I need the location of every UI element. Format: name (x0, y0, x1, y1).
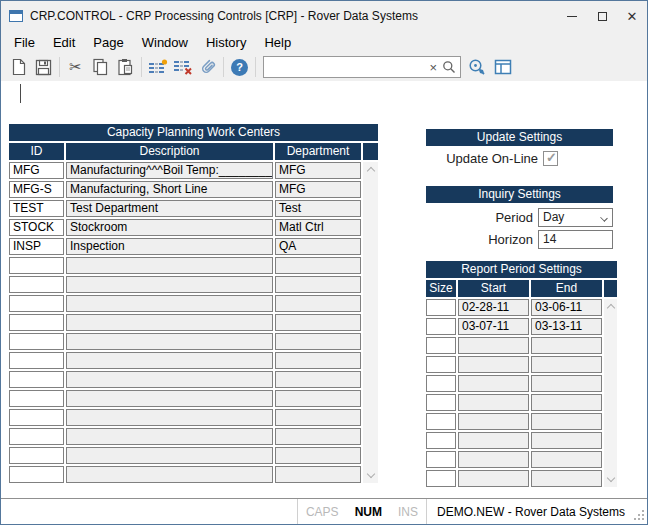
period-size-cell[interactable] (426, 451, 456, 468)
column-header-size[interactable]: Size (426, 280, 456, 297)
copy-button[interactable] (88, 55, 113, 79)
new-document-button[interactable] (6, 55, 31, 79)
work-center-id-cell[interactable] (9, 276, 64, 293)
work-center-description-cell[interactable] (66, 276, 273, 293)
period-start-cell[interactable] (458, 337, 529, 354)
work-center-id-cell[interactable] (9, 333, 64, 350)
work-center-department-cell[interactable]: Test (275, 200, 361, 217)
work-center-department-cell[interactable]: MFG (275, 162, 361, 179)
work-center-id-cell[interactable] (9, 295, 64, 312)
work-center-id-cell[interactable]: INSP (9, 238, 64, 255)
work-center-description-cell[interactable] (66, 371, 273, 388)
column-header-department[interactable]: Department (275, 143, 361, 160)
work-center-description-cell[interactable] (66, 314, 273, 331)
work-center-description-cell[interactable]: Manufacturing, Short Line (66, 181, 273, 198)
menu-file[interactable]: File (5, 31, 44, 53)
work-center-department-cell[interactable] (275, 295, 361, 312)
work-center-department-cell[interactable]: QA (275, 238, 361, 255)
search-icon[interactable] (442, 60, 456, 74)
work-center-department-cell[interactable] (275, 352, 361, 369)
save-button[interactable] (31, 55, 56, 79)
scroll-up-icon[interactable] (366, 167, 374, 175)
work-center-id-cell[interactable] (9, 352, 64, 369)
period-start-cell[interactable]: 03-07-11 (458, 318, 529, 335)
maximize-button[interactable] (587, 1, 617, 31)
work-center-description-cell[interactable] (66, 352, 273, 369)
scroll-up-icon[interactable] (606, 304, 614, 312)
column-header-id[interactable]: ID (9, 143, 64, 160)
period-size-cell[interactable] (426, 318, 456, 335)
period-start-cell[interactable] (458, 413, 529, 430)
work-center-description-cell[interactable] (66, 409, 273, 426)
period-start-cell[interactable] (458, 394, 529, 411)
period-start-cell[interactable] (458, 470, 529, 487)
period-end-cell[interactable] (531, 470, 602, 487)
clear-search-icon[interactable]: × (424, 60, 442, 75)
period-end-cell[interactable] (531, 356, 602, 373)
work-center-id-cell[interactable] (9, 428, 64, 445)
period-size-cell[interactable] (426, 470, 456, 487)
work-center-description-cell[interactable] (66, 428, 273, 445)
period-size-cell[interactable] (426, 413, 456, 430)
horizon-input[interactable]: 14 (538, 230, 613, 249)
work-center-department-cell[interactable] (275, 390, 361, 407)
period-size-cell[interactable] (426, 394, 456, 411)
zoom-view-button[interactable] (465, 55, 490, 79)
work-center-description-cell[interactable] (66, 390, 273, 407)
work-center-description-cell[interactable]: Stockroom (66, 219, 273, 236)
period-size-cell[interactable] (426, 356, 456, 373)
period-start-cell[interactable] (458, 375, 529, 392)
period-size-cell[interactable] (426, 432, 456, 449)
work-center-department-cell[interactable] (275, 428, 361, 445)
work-center-description-cell[interactable]: Manufacturing^^^Boil Temp:________ (66, 162, 273, 179)
work-center-department-cell[interactable] (275, 447, 361, 464)
period-size-cell[interactable] (426, 299, 456, 316)
work-center-department-cell[interactable] (275, 466, 361, 483)
window-layout-button[interactable] (490, 55, 515, 79)
work-center-department-cell[interactable] (275, 276, 361, 293)
work-center-department-cell[interactable] (275, 257, 361, 274)
work-center-id-cell[interactable] (9, 390, 64, 407)
search-input[interactable] (268, 58, 424, 76)
update-online-checkbox[interactable] (543, 151, 558, 166)
insert-record-button[interactable] (145, 55, 170, 79)
attach-button[interactable] (195, 55, 220, 79)
menu-help[interactable]: Help (255, 31, 300, 53)
column-header-start[interactable]: Start (458, 280, 529, 297)
resize-grip-icon[interactable] (633, 509, 645, 521)
work-center-description-cell[interactable] (66, 295, 273, 312)
menu-window[interactable]: Window (133, 31, 197, 53)
work-centers-scrollbar[interactable] (363, 162, 378, 483)
work-center-description-cell[interactable] (66, 447, 273, 464)
period-select[interactable]: Day (538, 208, 613, 227)
menu-history[interactable]: History (197, 31, 255, 53)
work-center-description-cell[interactable] (66, 333, 273, 350)
work-center-department-cell[interactable] (275, 409, 361, 426)
work-center-department-cell[interactable] (275, 314, 361, 331)
title-bar[interactable]: CRP.CONTROL - CRP Processing Controls [C… (1, 1, 647, 31)
menu-edit[interactable]: Edit (44, 31, 84, 53)
period-end-cell[interactable] (531, 432, 602, 449)
work-center-description-cell[interactable]: Test Department (66, 200, 273, 217)
work-center-department-cell[interactable]: MFG (275, 181, 361, 198)
menu-page[interactable]: Page (84, 31, 132, 53)
period-end-cell[interactable] (531, 375, 602, 392)
work-center-department-cell[interactable]: Matl Ctrl (275, 219, 361, 236)
scroll-down-icon[interactable] (366, 470, 374, 478)
work-center-id-cell[interactable] (9, 314, 64, 331)
paste-button[interactable] (113, 55, 138, 79)
close-button[interactable]: ✕ (617, 1, 647, 31)
work-center-id-cell[interactable]: STOCK (9, 219, 64, 236)
period-size-cell[interactable] (426, 375, 456, 392)
column-header-description[interactable]: Description (66, 143, 273, 160)
period-end-cell[interactable] (531, 394, 602, 411)
period-start-cell[interactable] (458, 432, 529, 449)
period-end-cell[interactable]: 03-06-11 (531, 299, 602, 316)
period-start-cell[interactable] (458, 356, 529, 373)
scroll-down-icon[interactable] (606, 474, 614, 482)
work-center-id-cell[interactable] (9, 466, 64, 483)
period-start-cell[interactable] (458, 451, 529, 468)
minimize-button[interactable] (557, 1, 587, 31)
period-end-cell[interactable] (531, 413, 602, 430)
work-center-id-cell[interactable]: MFG-S (9, 181, 64, 198)
